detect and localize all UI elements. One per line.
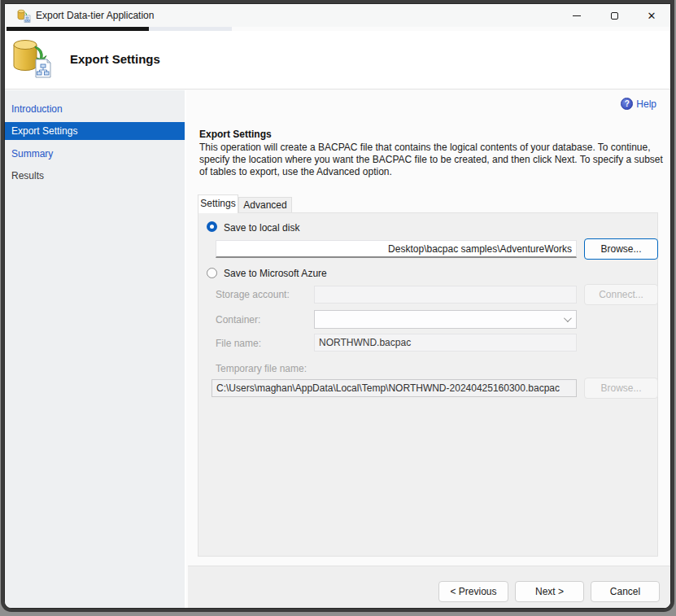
sidebar-item-results: Results [5, 167, 185, 185]
temp-file-label: Temporary file name: [216, 363, 307, 374]
maximize-icon [611, 12, 618, 20]
export-database-icon [11, 38, 54, 81]
screenshot-stage: Export Data-tier Application ✕ [0, 0, 676, 616]
wizard-header: Export Settings [5, 31, 670, 90]
radio-save-azure-label[interactable]: Save to Microsoft Azure [224, 268, 327, 279]
previous-button[interactable]: < Previous [438, 581, 508, 602]
next-button[interactable]: Next > [515, 581, 584, 602]
radio-save-azure[interactable] [207, 268, 217, 278]
chevron-down-icon [564, 314, 572, 322]
connect-button: Connect... [584, 284, 658, 305]
temp-file-input [212, 379, 577, 397]
help-icon: ? [621, 98, 633, 110]
browse-temp-button: Browse... [584, 378, 658, 399]
export-dtapp-window: Export Data-tier Application ✕ [4, 3, 671, 609]
app-icon [17, 9, 31, 23]
section-description: This operation will create a BACPAC file… [199, 142, 671, 178]
cancel-button[interactable]: Cancel [591, 581, 660, 602]
window-controls: ✕ [558, 4, 670, 27]
radio-save-local-disk[interactable] [207, 221, 217, 232]
container-select [314, 310, 577, 329]
page-title: Export Settings [70, 52, 160, 66]
titlebar[interactable]: Export Data-tier Application ✕ [5, 4, 670, 27]
wizard-steps-sidebar: Introduction Export Settings Summary Res… [5, 90, 186, 608]
sidebar-item-summary[interactable]: Summary [5, 145, 185, 163]
minimize-icon [573, 15, 581, 16]
storage-account-label: Storage account: [216, 289, 290, 300]
main-panel: ? Help Export Settings This operation wi… [188, 90, 670, 608]
file-name-input [314, 334, 577, 352]
local-path-input[interactable] [216, 240, 577, 258]
browse-local-button[interactable]: Browse... [584, 238, 658, 260]
storage-account-input [314, 286, 577, 304]
window-title: Export Data-tier Application [36, 10, 154, 21]
tab-advanced[interactable]: Advanced [238, 197, 292, 213]
sidebar-item-introduction[interactable]: Introduction [5, 100, 185, 118]
container-label: Container: [216, 314, 260, 325]
radio-save-local-disk-label[interactable]: Save to local disk [224, 222, 299, 234]
tab-settings[interactable]: Settings [198, 194, 238, 213]
help-label: Help [636, 98, 656, 110]
help-link[interactable]: ? Help [621, 98, 656, 110]
section-heading: Export Settings [199, 129, 272, 140]
minimize-button[interactable] [558, 4, 595, 27]
footer: < Previous Next > Cancel [188, 566, 670, 608]
settings-tab-panel: Save to local disk Browse... Save to Mic… [198, 212, 658, 557]
file-name-label: File name: [216, 338, 261, 349]
sidebar-item-export-settings[interactable]: Export Settings [5, 122, 185, 140]
close-button[interactable]: ✕ [633, 4, 670, 27]
close-icon: ✕ [648, 11, 656, 21]
maximize-button[interactable] [595, 4, 633, 27]
